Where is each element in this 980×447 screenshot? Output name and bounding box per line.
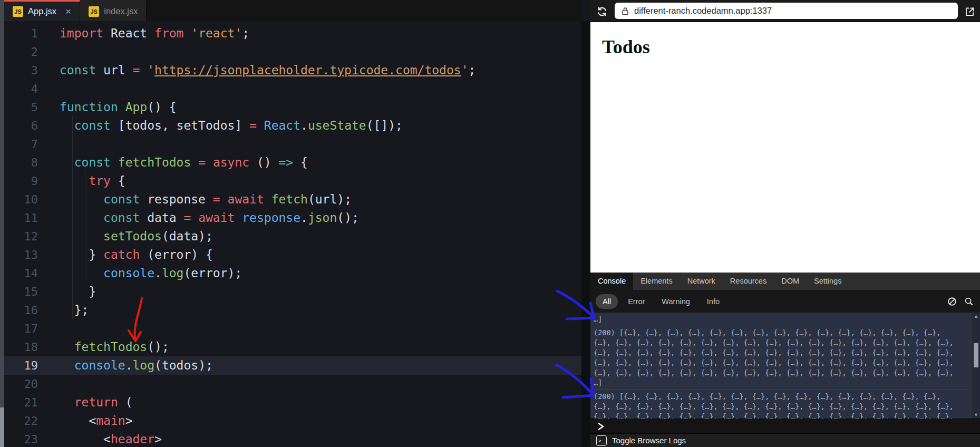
- line-number[interactable]: 7: [4, 135, 38, 153]
- scroll-up-icon[interactable]: ▲: [972, 313, 980, 320]
- code-line[interactable]: 11 const data = await response.json();: [4, 209, 581, 227]
- line-number[interactable]: 15: [4, 283, 38, 301]
- code-line[interactable]: 22 <main>: [4, 412, 581, 430]
- console-log-row[interactable]: (200) [{…}, {…}, {…}, {…}, {…}, {…}, {…}…: [594, 392, 968, 402]
- editor-left-scrollbar[interactable]: [0, 0, 4, 447]
- code-line[interactable]: 9 try {: [4, 172, 581, 190]
- line-number[interactable]: 10: [4, 190, 38, 209]
- console-input-row[interactable]: [590, 419, 980, 433]
- tab-label: App.jsx: [28, 6, 56, 16]
- code-line[interactable]: 21 return (: [4, 393, 581, 412]
- editor-left-scrollbar-thumb[interactable]: [0, 407, 4, 447]
- code-text: };: [38, 301, 581, 319]
- code-line[interactable]: 1import React from 'react';: [4, 24, 581, 43]
- console-scrollbar[interactable]: ▲ ▼: [972, 313, 980, 419]
- code-text: }: [38, 283, 581, 301]
- clear-console-icon[interactable]: [947, 297, 957, 306]
- devtools-tab-resources[interactable]: Resources: [723, 273, 774, 290]
- console-log-row[interactable]: {…}, {…}, {…}, {…}, {…}, {…}, {…}, {…}, …: [594, 338, 968, 348]
- devtools-tab-elements[interactable]: Elements: [633, 273, 680, 290]
- code-line[interactable]: 3const url = 'https://jsonplaceholder.ty…: [4, 61, 581, 80]
- code-token: setTodos: [103, 229, 162, 243]
- console-log-row[interactable]: {…}, {…}, {…}, {…}, {…}, {…}, {…}, {…}, …: [594, 402, 968, 412]
- line-number[interactable]: 5: [4, 98, 38, 116]
- line-number[interactable]: 19: [4, 356, 38, 375]
- code-token: fetchTodos: [118, 156, 191, 169]
- line-number[interactable]: 23: [4, 430, 38, 447]
- console-log-row[interactable]: {…}, {…}, {…}, {…}, {…}, {…}, {…}, {…}, …: [594, 368, 968, 378]
- devtools-panel: ConsoleElementsNetworkResourcesDOMSettin…: [590, 273, 980, 447]
- editor-tab-index-jsx[interactable]: JSindex.jsx: [80, 0, 147, 21]
- devtools-tab-settings[interactable]: Settings: [807, 273, 849, 290]
- console-scrollbar-thumb[interactable]: [974, 343, 978, 367]
- code-text: <main>: [38, 412, 581, 430]
- code-line[interactable]: 8 const fetchTodos = async () => {: [4, 153, 581, 172]
- code-token: [111, 156, 118, 169]
- console-log-row[interactable]: {…}, {…}, {…}, {…}, {…}, {…}, {…}, {…}, …: [594, 358, 968, 368]
- code-token: log: [162, 266, 184, 280]
- console-log-row[interactable]: …]: [594, 378, 968, 390]
- code-line[interactable]: 10 const response = await fetch(url);: [4, 190, 581, 209]
- line-number[interactable]: 13: [4, 246, 38, 264]
- line-number[interactable]: 18: [4, 338, 38, 356]
- code-token: [60, 432, 103, 446]
- code-line[interactable]: 12 setTodos(data);: [4, 227, 581, 246]
- code-token: [191, 156, 198, 169]
- line-number[interactable]: 4: [4, 80, 38, 98]
- line-number[interactable]: 6: [4, 116, 38, 135]
- editor-tab-app-jsx[interactable]: JSApp.jsx×: [4, 0, 80, 21]
- line-number[interactable]: 22: [4, 412, 38, 430]
- search-icon[interactable]: [964, 297, 974, 306]
- code-line[interactable]: 13 } catch (error) {: [4, 246, 581, 264]
- line-number[interactable]: 3: [4, 61, 38, 80]
- code-line[interactable]: 2: [4, 43, 581, 61]
- code-line[interactable]: 15 }: [4, 283, 581, 301]
- line-number[interactable]: 2: [4, 43, 38, 61]
- console-log-row[interactable]: …]: [594, 314, 968, 326]
- code-line[interactable]: 18 fetchTodos();: [4, 338, 581, 356]
- line-number[interactable]: 16: [4, 301, 38, 319]
- code-token: ();: [147, 340, 169, 354]
- open-external-icon[interactable]: [962, 5, 977, 18]
- line-number[interactable]: 17: [4, 319, 38, 338]
- code-line[interactable]: 23 <header>: [4, 430, 581, 447]
- console-log-row[interactable]: {…}, {…}, {…}, {…}, {…}, {…}, {…}, {…}, …: [594, 412, 968, 419]
- close-tab-icon[interactable]: ×: [65, 6, 71, 17]
- console-filter-info[interactable]: Info: [700, 294, 726, 309]
- code-line[interactable]: 7: [4, 135, 581, 153]
- line-number[interactable]: 14: [4, 264, 38, 283]
- devtools-tab-console[interactable]: Console: [590, 273, 633, 290]
- line-number[interactable]: 12: [4, 227, 38, 246]
- line-number[interactable]: 21: [4, 393, 38, 412]
- code-line[interactable]: 14 console.log(error);: [4, 264, 581, 283]
- editor-scrollbar-track[interactable]: [581, 21, 590, 447]
- refresh-icon[interactable]: [595, 4, 609, 19]
- scroll-down-icon[interactable]: ▼: [972, 411, 980, 419]
- code-editor[interactable]: 1import React from 'react';23const url =…: [4, 21, 581, 447]
- line-number[interactable]: 20: [4, 375, 38, 393]
- line-number[interactable]: 1: [4, 24, 38, 43]
- code-line[interactable]: 4: [4, 80, 581, 98]
- console-log-row[interactable]: {…}, {…}, {…}, {…}, {…}, {…}, {…}, {…}, …: [594, 348, 968, 358]
- line-number[interactable]: 9: [4, 172, 38, 190]
- console-filter-all[interactable]: All: [596, 294, 618, 309]
- code-line[interactable]: 16 };: [4, 301, 581, 319]
- line-number[interactable]: 8: [4, 153, 38, 172]
- code-line[interactable]: 20: [4, 375, 581, 393]
- code-line[interactable]: 6 const [todos, setTodos] = React.useSta…: [4, 116, 581, 135]
- console-filter-warning[interactable]: Warning: [655, 294, 696, 309]
- console-filter-error[interactable]: Error: [621, 294, 652, 309]
- devtools-tab-dom[interactable]: DOM: [774, 273, 807, 290]
- code-token: (error);: [183, 266, 242, 280]
- code-text: [38, 135, 581, 153]
- line-number[interactable]: 11: [4, 209, 38, 227]
- code-line[interactable]: 5function App() {: [4, 98, 581, 116]
- code-token: 'react': [191, 26, 242, 40]
- code-line[interactable]: 19 console.log(todos);: [4, 356, 581, 375]
- code-line[interactable]: 17: [4, 319, 581, 338]
- url-bar[interactable]: different-ranch.codedamn.app:1337: [615, 3, 958, 19]
- devtools-tab-network[interactable]: Network: [680, 273, 723, 290]
- toggle-browser-logs-button[interactable]: >_ Toggle Browser Logs: [590, 433, 980, 447]
- console-log-row[interactable]: (200) [{…}, {…}, {…}, {…}, {…}, {…}, {…}…: [594, 328, 968, 338]
- url-text[interactable]: different-ranch.codedamn.app:1337: [634, 6, 772, 16]
